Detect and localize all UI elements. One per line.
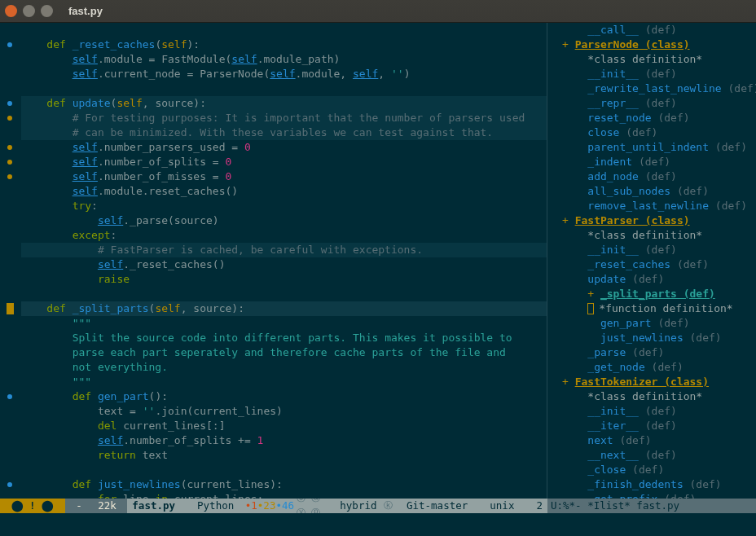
code-line[interactable]: for line in current_lines: (21, 492, 547, 499)
outline-item[interactable]: _get_prefix (def) (562, 492, 756, 499)
outline-item[interactable]: __init__ (def) (562, 243, 756, 257)
gutter-row[interactable] (0, 155, 20, 169)
code-line[interactable]: self._reset_caches() (21, 257, 547, 272)
outline-item[interactable]: + FastParser (class) (562, 213, 756, 228)
code-line[interactable]: Split the source code into different par… (21, 331, 547, 345)
code-line[interactable]: self.number_parsers_used = 0 (21, 140, 547, 155)
gutter-row[interactable] (0, 169, 20, 184)
outline-item[interactable]: just_newlines (def) (562, 331, 756, 345)
code-line[interactable]: # FastParser is cached, be careful with … (21, 243, 547, 257)
gutter-row[interactable] (0, 463, 20, 477)
code-line[interactable]: def update(self, source): (21, 96, 547, 111)
code-line[interactable]: def gen_part(): (21, 389, 547, 404)
gutter-row[interactable] (0, 184, 20, 199)
outline-item[interactable]: parent_until_indent (def) (562, 140, 756, 155)
code-line[interactable]: # can be minimized. With these variables… (21, 125, 547, 140)
window-close-button[interactable] (5, 5, 17, 17)
gutter-row[interactable] (0, 272, 20, 287)
code-line[interactable]: """ (21, 375, 547, 389)
fold-marker-icon[interactable] (7, 42, 12, 47)
fold-marker-icon[interactable] (7, 101, 12, 106)
code-pane[interactable]: def _reset_caches(self): self.module = F… (0, 23, 547, 499)
code-line[interactable] (21, 23, 547, 37)
code-line[interactable]: self.number_of_splits = 0 (21, 155, 547, 169)
code-line[interactable]: self._parse(source) (21, 213, 547, 228)
outline-item[interactable]: _parse (def) (562, 345, 756, 360)
code-editor[interactable]: def _reset_caches(self): self.module = F… (20, 23, 547, 499)
outline-item[interactable]: __iter__ (def) (562, 419, 756, 433)
gutter-row[interactable] (0, 199, 20, 213)
outline-item[interactable]: *class definition* (562, 389, 756, 404)
gutter-row[interactable] (0, 213, 20, 228)
outline-item[interactable]: __repr__ (def) (562, 96, 756, 111)
gutter-row[interactable] (0, 433, 20, 448)
gutter-row[interactable] (0, 389, 20, 404)
outline-item[interactable]: _close (def) (562, 463, 756, 477)
gutter-row[interactable] (0, 81, 20, 96)
outline-item[interactable]: reset_node (def) (562, 111, 756, 125)
outline-item[interactable]: __init__ (def) (562, 404, 756, 419)
outline-item[interactable]: *function definition* (562, 301, 756, 316)
outline-item[interactable]: + FastTokenizer (class) (562, 375, 756, 389)
window-minimize-button[interactable] (23, 5, 35, 17)
code-line[interactable]: self.number_of_splits += 1 (21, 433, 547, 448)
outline-item[interactable]: _indent (def) (562, 155, 756, 169)
gutter-row[interactable] (0, 243, 20, 257)
code-line[interactable]: return text (21, 448, 547, 463)
code-line[interactable]: try: (21, 199, 547, 213)
outline-item[interactable]: __next__ (def) (562, 448, 756, 463)
code-line[interactable]: self.current_node = ParserNode(self.modu… (21, 67, 547, 81)
gutter-row[interactable] (0, 140, 20, 155)
lint-marker-icon[interactable] (7, 160, 12, 165)
gutter[interactable] (0, 23, 20, 499)
outline-item[interactable]: next (def) (562, 433, 756, 448)
gutter-row[interactable] (0, 111, 20, 125)
gutter-row[interactable] (0, 37, 20, 52)
code-line[interactable]: parse each part seperately and therefore… (21, 345, 547, 360)
code-line[interactable]: not everything. (21, 360, 547, 375)
code-line[interactable] (21, 463, 547, 477)
gutter-row[interactable] (0, 404, 20, 419)
gutter-row[interactable] (0, 228, 20, 243)
code-line[interactable]: except: (21, 228, 547, 243)
gutter-row[interactable] (0, 477, 20, 492)
gutter-row[interactable] (0, 448, 20, 463)
outline-item[interactable]: add_node (def) (562, 169, 756, 184)
lint-marker-icon[interactable] (7, 174, 12, 179)
code-line[interactable]: self.module = FastModule(self.module_pat… (21, 52, 547, 67)
code-line[interactable]: def just_newlines(current_lines): (21, 477, 547, 492)
outline-item[interactable]: _reset_caches (def) (562, 257, 756, 272)
gutter-row[interactable] (0, 52, 20, 67)
gutter-row[interactable] (0, 331, 20, 345)
fold-marker-icon[interactable] (7, 394, 12, 399)
gutter-row[interactable] (0, 125, 20, 140)
outline-pane[interactable]: __call__ (def)+ ParserNode (class) *clas… (547, 23, 756, 499)
lint-marker-icon[interactable] (7, 116, 12, 121)
outline-item[interactable]: *class definition* (562, 228, 756, 243)
code-line[interactable]: self.number_of_misses = 0 (21, 169, 547, 184)
gutter-row[interactable] (0, 375, 20, 389)
gutter-row[interactable] (0, 360, 20, 375)
code-line[interactable] (21, 287, 547, 301)
outline-item[interactable]: *class definition* (562, 52, 756, 67)
gutter-row[interactable] (0, 419, 20, 433)
gutter-row[interactable] (0, 345, 20, 360)
outline-item[interactable]: + ParserNode (class) (562, 37, 756, 52)
gutter-row[interactable] (0, 301, 20, 316)
outline-item[interactable]: update (def) (562, 272, 756, 287)
code-line[interactable]: # For testing purposes: It is important … (21, 111, 547, 125)
lint-marker-icon[interactable] (7, 145, 12, 150)
gutter-row[interactable] (0, 316, 20, 331)
outline-item[interactable]: + _split_parts (def) (562, 287, 756, 301)
outline-item[interactable]: _rewrite_last_newline (def) (562, 81, 756, 96)
outline-item[interactable]: remove_last_newline (def) (562, 199, 756, 213)
gutter-row[interactable] (0, 257, 20, 272)
outline-item[interactable]: gen_part (def) (562, 316, 756, 331)
code-line[interactable]: raise (21, 272, 547, 287)
code-line[interactable]: """ (21, 316, 547, 331)
gutter-row[interactable] (0, 96, 20, 111)
code-line[interactable]: text = ''.join(current_lines) (21, 404, 547, 419)
code-line[interactable]: del current_lines[:] (21, 419, 547, 433)
outline-item[interactable]: _finish_dedents (def) (562, 477, 756, 492)
code-line[interactable]: def _reset_caches(self): (21, 37, 547, 52)
